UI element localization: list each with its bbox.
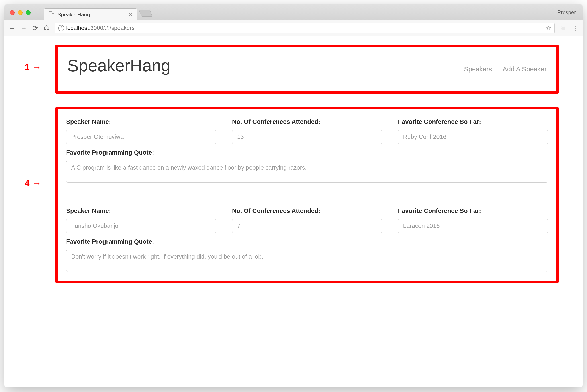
- address-bar[interactable]: i localhost:3000/#!/speakers ☆: [55, 23, 555, 34]
- site-navbar: SpeakerHang Speakers Add A Speaker: [61, 49, 553, 88]
- annotation-label: 1: [25, 62, 30, 72]
- highlight-box-body: Speaker Name: No. Of Conferences Attende…: [55, 107, 559, 283]
- nav-link-speakers[interactable]: Speakers: [464, 65, 492, 73]
- browser-tab[interactable]: SpeakerHang ×: [44, 8, 137, 20]
- conf-count-input[interactable]: [232, 219, 382, 233]
- extension-icon[interactable]: [560, 25, 566, 32]
- annotation-four: 4 →: [25, 178, 42, 189]
- new-tab-button[interactable]: [139, 10, 153, 16]
- speaker-card: Speaker Name: No. Of Conferences Attende…: [64, 110, 550, 198]
- bookmark-star-icon[interactable]: ☆: [545, 24, 551, 32]
- arrow-right-icon: →: [32, 178, 42, 189]
- field-label-conf-count: No. Of Conferences Attended:: [232, 207, 382, 214]
- speaker-card: Speaker Name: No. Of Conferences Attende…: [64, 198, 550, 274]
- field-label-name: Speaker Name:: [66, 207, 216, 214]
- highlight-box-nav: SpeakerHang Speakers Add A Speaker: [55, 45, 559, 94]
- window-minimize-button[interactable]: [18, 10, 23, 15]
- annotation-one: 1 →: [25, 62, 42, 73]
- url-text: localhost:3000/#!/speakers: [66, 24, 135, 32]
- fav-quote-textarea[interactable]: Don't worry if it doesn't work right. If…: [66, 250, 548, 272]
- menu-icon[interactable]: ⋮: [572, 24, 578, 32]
- nav-links: Speakers Add A Speaker: [464, 65, 547, 73]
- divider: [66, 194, 548, 194]
- divider: [62, 94, 525, 94]
- field-label-fav-conf: Favorite Conference So Far:: [398, 207, 548, 214]
- info-icon[interactable]: i: [58, 25, 64, 31]
- window-controls: [10, 10, 31, 15]
- file-icon: [49, 11, 54, 18]
- reload-button[interactable]: ⟳: [32, 24, 38, 32]
- fav-conf-input[interactable]: [398, 219, 548, 233]
- fav-conf-input[interactable]: [398, 130, 548, 144]
- home-button[interactable]: [44, 24, 50, 32]
- field-label-fav-quote: Favorite Programming Quote:: [66, 238, 548, 245]
- back-button[interactable]: ←: [9, 25, 15, 32]
- annotation-label: 4: [25, 178, 30, 188]
- site-brand[interactable]: SpeakerHang: [67, 56, 170, 75]
- page-content: 1 → 4 → SpeakerHang Speakers Add A Speak…: [5, 36, 582, 387]
- chrome-tabbar: SpeakerHang × Prosper: [5, 4, 582, 20]
- nav-link-add-speaker[interactable]: Add A Speaker: [503, 65, 547, 73]
- browser-window: SpeakerHang × Prosper ← → ⟳ i localhost:…: [5, 4, 582, 387]
- url-host: localhost: [66, 24, 89, 31]
- field-label-name: Speaker Name:: [66, 118, 216, 125]
- svg-point-0: [561, 27, 565, 30]
- profile-name[interactable]: Prosper: [557, 9, 578, 16]
- fav-quote-textarea[interactable]: A C program is like a fast dance on a ne…: [66, 160, 548, 183]
- url-path: /#!/speakers: [103, 24, 135, 31]
- field-label-conf-count: No. Of Conferences Attended:: [232, 118, 382, 125]
- tab-title: SpeakerHang: [57, 12, 129, 18]
- close-icon[interactable]: ×: [129, 11, 132, 18]
- field-label-fav-quote: Favorite Programming Quote:: [66, 149, 548, 156]
- window-maximize-button[interactable]: [26, 10, 31, 15]
- field-label-fav-conf: Favorite Conference So Far:: [398, 118, 548, 125]
- url-port: :3000: [89, 24, 103, 31]
- arrow-right-icon: →: [32, 62, 42, 73]
- chrome-toolbar: ← → ⟳ i localhost:3000/#!/speakers ☆ ⋮: [5, 20, 582, 36]
- conf-count-input[interactable]: [232, 130, 382, 144]
- window-close-button[interactable]: [10, 10, 15, 15]
- speaker-name-input[interactable]: [66, 130, 216, 144]
- speaker-name-input[interactable]: [66, 219, 216, 233]
- forward-button[interactable]: →: [21, 25, 27, 32]
- toolbar-actions: ⋮: [560, 24, 578, 32]
